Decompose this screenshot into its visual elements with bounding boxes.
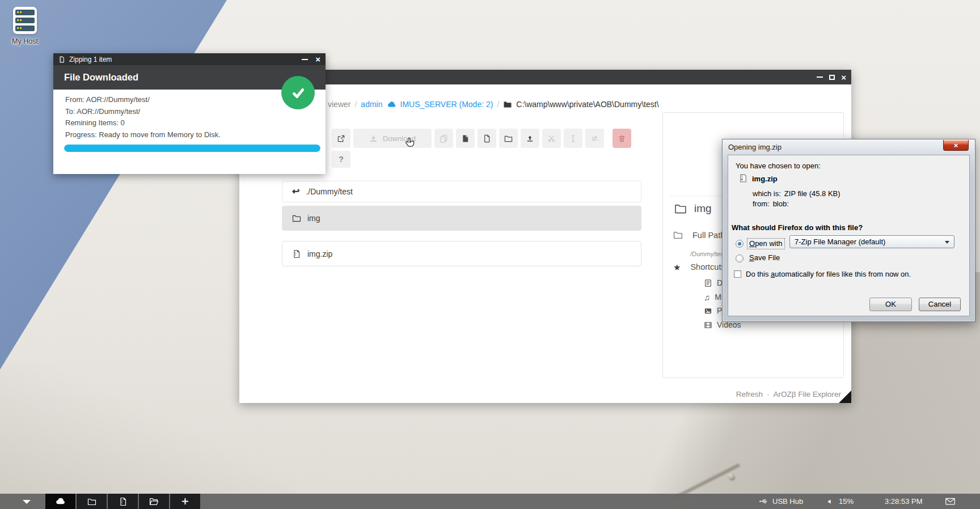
cut-button[interactable]	[542, 129, 561, 148]
wall-nail	[728, 473, 734, 479]
taskbar-folder-button[interactable]	[77, 494, 107, 509]
list-item-folder-img[interactable]: img	[282, 206, 641, 231]
folder-icon	[87, 497, 96, 506]
breadcrumb-path[interactable]: C:\wamp\www\private\AOB\Dummy\test\	[516, 100, 658, 109]
breadcrumb-user[interactable]: admin	[361, 100, 382, 109]
usb-status[interactable]: USB Hub	[759, 494, 803, 509]
new-file-icon	[483, 134, 491, 143]
to-line: To: AOR://Dummy/test/	[65, 106, 221, 118]
cancel-button[interactable]: Cancel	[919, 298, 961, 311]
desktop: My Host viewer / admin IMUS_SERVER (Mode…	[0, 0, 980, 509]
list-item-parent-dir[interactable]: ↩ ./Dummy/test	[282, 181, 641, 202]
taskbar-cloud-button[interactable]	[45, 494, 75, 509]
minimize-icon[interactable]	[302, 59, 308, 60]
volume-status[interactable]: 15%	[827, 494, 854, 509]
trash-icon	[618, 134, 626, 143]
selected-item-header: img	[674, 202, 712, 215]
download-icon	[369, 134, 378, 143]
explorer-footer: Refresh · ArOZβ File Explorer	[736, 390, 841, 398]
explorer-toolbar: Download	[332, 129, 631, 168]
close-icon[interactable]	[315, 55, 320, 63]
volume-label: 15%	[839, 497, 854, 506]
full-path-label: Full Path	[692, 231, 725, 240]
taskbar: USB Hub 15% 3:28:53 PM	[0, 494, 980, 509]
shortcuts-section: ★ Shortcuts	[673, 262, 725, 272]
explorer-titlebar[interactable]	[239, 70, 851, 84]
from-line: From: AOR://Dummy/test/	[65, 94, 221, 106]
do-automatically-label[interactable]: Do this automatically for files like thi…	[746, 270, 911, 278]
resize-handle[interactable]	[839, 391, 851, 403]
mail-button[interactable]	[945, 494, 956, 509]
swap-arrows-icon	[590, 134, 599, 143]
desktop-icon-my-host[interactable]: My Host	[7, 7, 43, 45]
close-icon[interactable]	[841, 73, 846, 82]
documents-icon	[704, 279, 712, 287]
folder-icon	[674, 202, 687, 215]
dialog-title: Opening img.zip	[728, 143, 782, 151]
upload-icon	[526, 134, 534, 143]
transfer-button[interactable]	[585, 129, 604, 148]
new-folder-button[interactable]	[499, 129, 518, 148]
clock[interactable]: 3:28:53 PM	[885, 494, 923, 509]
progress-bar	[64, 145, 320, 152]
progress-bar-fill	[64, 145, 320, 152]
remaining-line: Remining Items: 0	[65, 117, 221, 129]
delete-button[interactable]	[612, 129, 631, 148]
do-automatically-checkbox[interactable]	[734, 270, 741, 278]
open-folder-icon	[149, 497, 159, 506]
zipping-titlebar[interactable]: Zipping 1 item	[53, 53, 326, 65]
rename-button[interactable]	[564, 129, 582, 148]
intro-text: You have chosen to open:	[736, 162, 821, 170]
refresh-link[interactable]: Refresh	[736, 390, 763, 398]
save-file-radio[interactable]	[736, 255, 744, 262]
copy-icon	[440, 134, 448, 143]
open-with-radio[interactable]	[736, 240, 744, 248]
music-note-icon: ♫	[704, 293, 710, 302]
selected-item-name: img	[694, 202, 712, 215]
zip-file-icon	[58, 56, 65, 63]
usb-label: USB Hub	[772, 497, 803, 506]
save-file-label[interactable]: Save File	[749, 253, 780, 262]
file-type-value: ZIP file (45.8 KB)	[784, 189, 840, 198]
file-name: img.zip	[307, 249, 332, 258]
close-icon[interactable]	[943, 140, 969, 151]
shortcuts-label: Shortcuts	[690, 262, 725, 272]
help-button[interactable]: ?	[332, 151, 350, 168]
full-path-value: /Dummy/test	[690, 251, 725, 257]
file-name: img	[307, 214, 320, 223]
copy-button[interactable]	[434, 129, 453, 148]
full-path-section: Full Path	[673, 230, 725, 240]
star-icon: ★	[673, 263, 681, 272]
scissors-icon	[547, 134, 556, 143]
ok-button[interactable]: OK	[869, 298, 912, 311]
breadcrumb-server[interactable]: IMUS_SERVER (Mode: 2)	[400, 100, 493, 109]
taskbar-zip-button[interactable]	[108, 494, 138, 509]
external-link-icon	[337, 134, 345, 143]
breadcrumb-viewer[interactable]: viewer	[328, 100, 350, 109]
file-name: img.zip	[752, 175, 778, 183]
taskbar-add-button[interactable]	[170, 494, 200, 509]
open-with-label[interactable]: Open with	[747, 238, 785, 249]
upload-button[interactable]	[521, 129, 539, 148]
desktop-icon-label: My Host	[7, 37, 43, 45]
maximize-icon[interactable]	[829, 75, 835, 80]
firefox-download-dialog: Opening img.zip You have chosen to open:…	[722, 139, 975, 322]
breadcrumb: viewer / admin IMUS_SERVER (Mode: 2) / C…	[328, 98, 659, 111]
taskbar-tiles	[45, 494, 200, 509]
open-with-select[interactable]: 7-Zip File Manager (default)	[789, 235, 954, 248]
minimize-icon[interactable]	[817, 77, 823, 78]
download-button[interactable]: Download	[353, 129, 432, 148]
envelope-icon	[945, 496, 956, 507]
open-external-button[interactable]	[332, 129, 350, 148]
paste-button[interactable]	[456, 129, 475, 148]
taskbar-menu-caret[interactable]	[23, 500, 31, 504]
new-file-button[interactable]	[478, 129, 496, 148]
back-arrow-icon: ↩	[292, 187, 299, 196]
transfer-details: From: AOR://Dummy/test/ To: AOR://Dummy/…	[65, 94, 221, 141]
download-label: Download	[383, 134, 416, 143]
list-item-file-imgzip[interactable]: img.zip	[282, 241, 641, 266]
folder-icon	[673, 230, 683, 240]
folder-icon	[292, 214, 301, 223]
taskbar-open-folder-button[interactable]	[139, 494, 169, 509]
file-name: ./Dummy/test	[306, 187, 352, 196]
